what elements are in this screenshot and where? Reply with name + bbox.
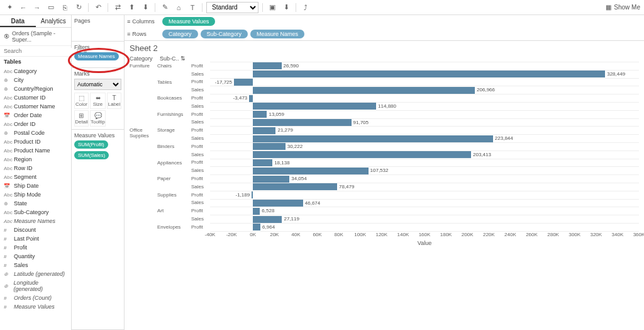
field-postal-code[interactable]: ⊕Postal Code [0,128,71,137]
save-icon[interactable]: ▭ [45,2,57,13]
category-cell[interactable]: Office Supplies [130,126,157,230]
measure-cell[interactable]: Sales [191,199,210,207]
tableau-logo-icon[interactable]: ✦ [4,2,15,13]
mv-pill[interactable]: SUM(Sales) [74,151,109,159]
measure-cell[interactable]: Profit [191,62,210,70]
field-segment[interactable]: AbcSegment [0,173,71,181]
mv-pill[interactable]: SUM(Profit) [74,140,108,149]
undo-icon[interactable]: ↶ [92,2,104,13]
field-product-name[interactable]: AbcProduct Name [0,146,71,155]
bar[interactable] [253,176,289,183]
subcategory-cell[interactable]: Storage [157,126,191,142]
measure-cell[interactable]: Profit [191,78,210,86]
bar[interactable] [253,208,260,215]
bar[interactable] [253,159,272,166]
field-discount[interactable]: #Discount [0,225,71,234]
measure-cell[interactable]: Profit [191,191,210,199]
download-icon[interactable]: ⬇ [280,2,292,13]
show-me-button[interactable]: ▦ Show Me [606,4,640,11]
category-cell[interactable]: Furniture [130,62,157,126]
columns-pill-measure-values[interactable]: Measure Values [162,17,215,26]
field-sales[interactable]: #Sales [0,261,71,270]
tab-data[interactable]: Data [0,15,36,27]
bar[interactable] [234,79,253,86]
field-last-point[interactable]: #Last Point [0,234,71,243]
forward-icon[interactable]: → [31,2,43,13]
bar[interactable] [253,135,493,142]
field-profit[interactable]: #Profit [0,243,71,252]
measure-cell[interactable]: Sales [191,134,210,142]
back-icon[interactable]: ← [18,2,29,13]
subcategory-cell[interactable]: Paper [157,174,191,191]
rows-pill-category[interactable]: Category [162,30,198,38]
measure-cell[interactable]: Profit [191,126,210,134]
field-quantity[interactable]: #Quantity [0,252,71,261]
bar[interactable] [253,183,337,190]
refresh-icon[interactable]: ↻ [73,2,84,13]
share-icon[interactable]: ⤴ [300,2,311,13]
field-state[interactable]: ⊕State [0,199,71,208]
measure-cell[interactable]: Sales [191,151,210,159]
measure-cell[interactable]: Sales [191,215,210,223]
bar[interactable] [253,143,286,150]
bar[interactable] [252,191,253,198]
bar[interactable] [253,119,351,126]
sort-desc-icon[interactable]: ⬇ [140,2,151,13]
measure-cell[interactable]: Profit [191,174,210,183]
bar[interactable] [253,87,475,94]
measure-cell[interactable]: Profit [191,207,210,215]
measure-cell[interactable]: Sales [191,118,210,127]
bar[interactable] [253,200,303,207]
marks-tooltip[interactable]: 💬Tooltip [90,110,106,127]
bar[interactable] [253,151,471,158]
bar[interactable] [253,127,275,134]
rows-pill-measure-names[interactable]: Measure Names [250,30,304,38]
measure-cell[interactable]: Sales [191,86,210,94]
measure-cell[interactable]: Profit [191,223,210,231]
field-order-id[interactable]: AbcOrder ID [0,120,71,128]
field-country-region[interactable]: ⊕Country/Region [0,84,71,93]
field-customer-name[interactable]: AbcCustomer Name [0,102,71,111]
search-input[interactable] [4,48,74,54]
field-longitude-generated-[interactable]: ⊕Longitude (generated) [0,278,71,293]
field-city[interactable]: ⊕City [0,76,71,84]
field-latitude-generated-[interactable]: ⊕Latitude (generated) [0,270,71,278]
field-ship-date[interactable]: 📅Ship Date [0,181,71,190]
field-product-id[interactable]: AbcProduct ID [0,137,71,146]
field-measure-values[interactable]: #Measure Values [0,302,71,311]
filter-pill-measure-names[interactable]: Measure Names [74,52,119,60]
sort-asc-icon[interactable]: ⬆ [126,2,137,13]
bar[interactable] [253,62,281,69]
measure-cell[interactable]: Sales [191,166,210,174]
subcategory-cell[interactable]: Binders [157,142,191,159]
measure-cell[interactable]: Sales [191,183,210,191]
measure-cell[interactable]: Profit [191,110,210,118]
bar[interactable] [253,71,605,77]
fit-select[interactable]: Standard [206,2,258,13]
subcategory-cell[interactable]: Envelopes [157,223,191,231]
bar[interactable] [253,111,267,118]
marks-detail[interactable]: ⊞Detail [74,110,89,127]
field-measure-names[interactable]: AbcMeasure Names [0,217,71,225]
measure-cell[interactable]: Profit [191,142,210,151]
bar[interactable] [249,95,253,102]
rows-pill-subcategory[interactable]: Sub-Category [201,30,248,38]
marks-label[interactable]: TLabel [107,93,121,109]
data-source[interactable]: ⦿ Orders (Sample - Super... [0,28,71,46]
field-region[interactable]: AbcRegion [0,155,71,164]
subcategory-cell[interactable]: Bookcases [157,94,191,110]
field-customer-id[interactable]: AbcCustomer ID [0,93,71,102]
bar[interactable] [253,224,260,230]
category-header[interactable]: Category [130,55,157,62]
field-order-date[interactable]: 📅Order Date [0,111,71,120]
measure-cell[interactable]: Sales [191,70,210,78]
new-data-icon[interactable]: ⎘ [59,2,70,13]
measure-cell[interactable]: Sales [191,102,210,110]
subcategory-cell[interactable]: Chairs [157,62,191,78]
field-ship-mode[interactable]: AbcShip Mode [0,190,71,199]
field-sub-category[interactable]: AbcSub-Category [0,208,71,217]
sheet-title[interactable]: Sheet 2 [125,41,644,55]
highlight-icon[interactable]: ✎ [159,2,170,13]
swap-icon[interactable]: ⇄ [112,2,123,13]
subcategory-cell[interactable]: Furnishings [157,110,191,127]
